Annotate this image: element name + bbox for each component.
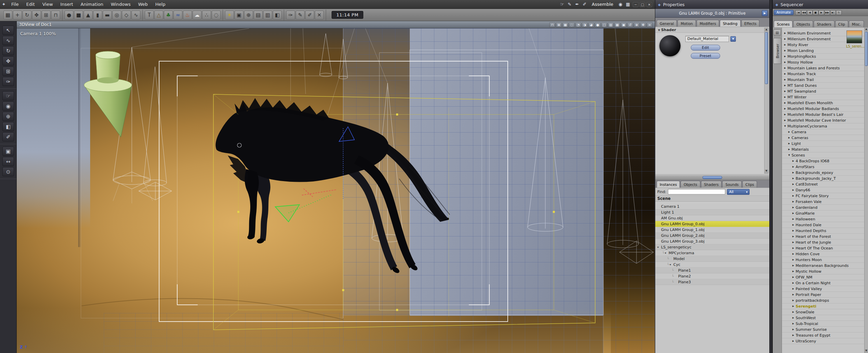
insert-particles-icon[interactable]: ∴	[202, 11, 211, 19]
library-item[interactable]: ▶Mystic Hollow	[782, 269, 864, 274]
splitter-handle[interactable]	[702, 176, 722, 179]
library-item[interactable]: ▶Heart Of The Ocean	[782, 245, 864, 251]
expander-icon[interactable]: ▶	[792, 241, 795, 244]
library-item[interactable]: ▶Halloween	[782, 216, 864, 222]
tree-item[interactable]: └Plane3	[655, 279, 769, 285]
material-name-field[interactable]: Default_Material	[685, 36, 729, 42]
close-button[interactable]: ✕	[646, 2, 652, 7]
library-item[interactable]: ▶On a Certain Night	[782, 280, 864, 286]
render-icon[interactable]: ◧	[273, 11, 282, 19]
pencil-icon[interactable]: ✎	[296, 11, 305, 19]
scroll-down-icon[interactable]	[865, 349, 868, 353]
library-item[interactable]: ▶ArrofStars	[782, 164, 864, 170]
library-item[interactable]: ▶MorphingRocks	[782, 54, 864, 59]
edit-button[interactable]: Edit	[691, 45, 720, 51]
material-preview-sphere[interactable]	[659, 35, 681, 56]
tree-item[interactable]: AM Gnu.obj	[655, 215, 769, 221]
tab-motion[interactable]: Motion	[677, 20, 696, 27]
item-preview-thumbnail[interactable]	[846, 30, 862, 43]
eyedropper-tool[interactable]: ✑	[2, 77, 14, 86]
tree-item[interactable]: └Model	[655, 256, 769, 262]
expander-icon[interactable]: ▶	[792, 334, 795, 337]
textured-mode-icon[interactable]: ●	[595, 22, 601, 27]
library-item[interactable]: ▶4 BackDrops IO68	[782, 158, 864, 164]
loop-button[interactable]: ↻	[836, 10, 842, 15]
library-item[interactable]: ▶Cat83street	[782, 181, 864, 187]
tree-item[interactable]: Camera 1	[655, 204, 769, 209]
play-button[interactable]: ▶	[818, 10, 824, 15]
prev-frame-button[interactable]: ◀◀	[801, 10, 807, 15]
library-item[interactable]: ▶Mediterranean Backgrounds	[782, 263, 864, 269]
hand-tool[interactable]: ☞	[2, 91, 14, 100]
expander-icon[interactable]: ▶	[783, 61, 787, 64]
library-item[interactable]: ▶Hunters Moon	[782, 257, 864, 263]
minimize-button[interactable]: −	[633, 2, 639, 7]
menu-item-view[interactable]: View	[39, 0, 57, 9]
browser-vertical-tab[interactable]: Browser	[773, 38, 781, 64]
jump-end-button[interactable]: ▶|	[830, 10, 836, 15]
expander-icon[interactable]: ▶	[792, 171, 795, 174]
menu-item-insert[interactable]: Insert	[57, 0, 77, 9]
library-item[interactable]: ▼MultiplaneCyclorama	[782, 123, 864, 129]
library-item[interactable]: ▶Materials	[782, 147, 864, 152]
expander-icon[interactable]: ▶	[792, 299, 795, 302]
library-item[interactable]: ▶Light	[782, 141, 864, 147]
library-item[interactable]: ▶Muelsfell Modular Beast's Lair	[782, 112, 864, 118]
app-logo-icon[interactable]: ✦	[0, 0, 8, 9]
expander-icon[interactable]: ▶	[783, 72, 787, 75]
insert-target-icon[interactable]: ⊕	[244, 11, 253, 19]
tab-effects[interactable]: Effects	[741, 20, 760, 27]
menu-item-animation[interactable]: Animation	[77, 0, 107, 9]
sequencer-scrollbar[interactable]	[864, 28, 868, 353]
camera-view-icon[interactable]: ▣	[621, 22, 627, 27]
wireframe-mode-icon[interactable]: ◌	[569, 22, 575, 27]
library-item[interactable]: ▶Cameras	[782, 135, 864, 141]
magnet-icon[interactable]: ⊓	[51, 11, 60, 19]
expander-icon[interactable]: ▶	[783, 107, 787, 110]
expander-icon[interactable]: ▶	[783, 78, 787, 81]
expander-icon[interactable]: ▶	[792, 194, 795, 197]
hand-mode-icon[interactable]: ☞	[558, 0, 566, 9]
rotate-icon[interactable]: ↻	[23, 11, 31, 19]
tab-sounds[interactable]: Sounds	[722, 181, 742, 188]
insert-cube-icon[interactable]: ■	[74, 11, 83, 19]
scroll-up-icon[interactable]	[765, 28, 768, 32]
expander-icon[interactable]: ▶	[792, 340, 795, 342]
panel-splitter[interactable]	[655, 175, 769, 180]
tab-objects[interactable]: Objects	[793, 21, 813, 27]
tree-item[interactable]: └▾MPCyclorama	[655, 250, 769, 256]
flat-shading-mode-icon[interactable]: ◑	[582, 22, 588, 27]
expander-icon[interactable]: ▶	[783, 49, 787, 52]
tab-shading[interactable]: Shading	[720, 20, 741, 27]
library-item[interactable]: ▶Gardenland	[782, 205, 864, 211]
tab-clip[interactable]: Clip	[835, 21, 848, 27]
rotate-tool[interactable]: ↻	[2, 46, 14, 55]
expander-icon[interactable]: ▶	[792, 316, 795, 319]
jump-start-button[interactable]: |◀	[795, 10, 801, 15]
expander-icon[interactable]: ▶	[792, 200, 795, 203]
scroll-up-icon[interactable]	[865, 28, 868, 31]
library-item[interactable]: ▶Portrait Paper	[782, 292, 864, 298]
viewport-titlebar[interactable]: 3DView of Doc1 ⊓⊞▦◌◔◑◕●□▥▦▣↺⊕✥≡	[17, 21, 655, 28]
properties-header[interactable]: ◆ Properties	[655, 0, 769, 9]
cone-prop[interactable]	[84, 51, 132, 137]
layout-split-icon[interactable]: ▥	[608, 22, 614, 27]
object-nav-arrow-icon[interactable]	[762, 10, 768, 16]
library-item[interactable]: ▶Muelsfell Modular Badlands	[782, 106, 864, 112]
tab-shaders[interactable]: Shaders	[701, 181, 722, 188]
expander-icon[interactable]: ▶	[783, 101, 787, 104]
expander-icon[interactable]: ▶	[787, 131, 791, 133]
library-item[interactable]: ▶GinaMarie	[782, 211, 864, 216]
expander-icon[interactable]: ▶	[792, 322, 795, 325]
expander-icon[interactable]: ▶	[792, 282, 795, 284]
expander-icon[interactable]: ▶	[783, 32, 787, 35]
menu-item-file[interactable]: File	[8, 0, 23, 9]
library-item[interactable]: ▶OFW_NM	[782, 274, 864, 280]
expander-icon[interactable]: ▶	[792, 223, 795, 226]
expander-icon[interactable]: ▶	[792, 305, 795, 308]
expander-icon[interactable]: ▶	[792, 258, 795, 261]
expander-icon[interactable]: ▶	[783, 119, 787, 122]
expander-icon[interactable]: ▶	[792, 276, 795, 279]
grid-icon[interactable]: ▦	[562, 22, 568, 27]
browser-folder-icon[interactable]: ▤	[773, 29, 781, 36]
